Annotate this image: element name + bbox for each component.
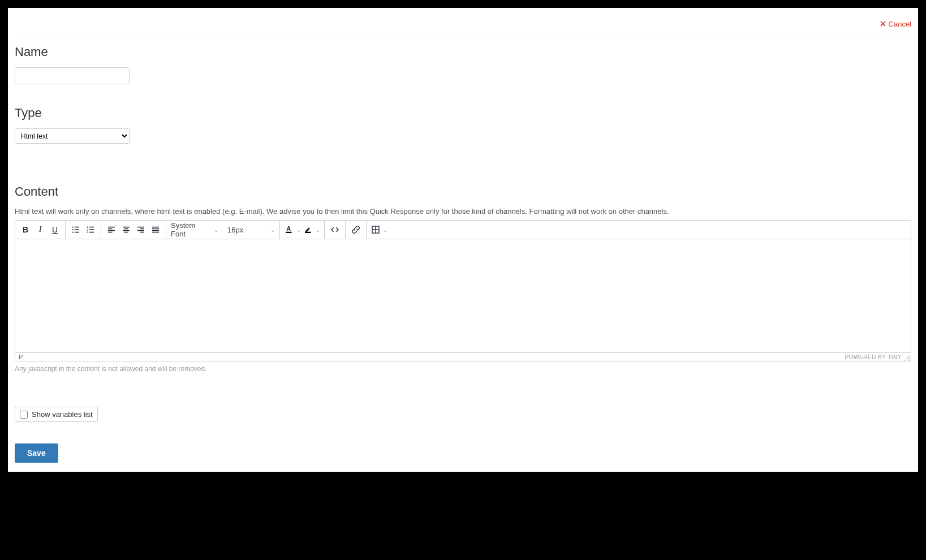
numbered-list-icon: 123 xyxy=(85,225,96,235)
top-bar: ✕ Cancel xyxy=(15,15,911,33)
font-family-value: System Font xyxy=(171,221,210,238)
bullet-list-button[interactable] xyxy=(68,222,83,237)
svg-rect-29 xyxy=(286,232,292,233)
svg-text:A: A xyxy=(287,225,291,232)
svg-rect-19 xyxy=(124,232,128,233)
underline-button[interactable]: U xyxy=(48,222,62,237)
svg-rect-13 xyxy=(108,229,113,230)
chevron-down-icon: ⌄ xyxy=(383,227,387,233)
toolbar-group-color: A ⌄ ⌄ xyxy=(280,221,325,239)
svg-point-0 xyxy=(72,226,74,227)
chevron-down-icon: ⌄ xyxy=(270,227,275,233)
svg-rect-18 xyxy=(123,230,130,231)
page-content: ✕ Cancel Name Type Html text Content Htm… xyxy=(8,8,918,472)
show-variables-checkbox[interactable] xyxy=(20,411,28,419)
toolbar-group-link xyxy=(346,221,367,239)
svg-rect-24 xyxy=(152,227,159,228)
svg-rect-21 xyxy=(140,229,145,230)
toolbar-group-code xyxy=(325,221,346,239)
link-button[interactable] xyxy=(348,222,363,237)
font-size-value: 16px xyxy=(227,226,243,234)
link-icon xyxy=(351,225,361,235)
content-warning-text: Any javascript in the content is not all… xyxy=(15,365,911,373)
chevron-down-icon: ⌄ xyxy=(296,227,301,233)
align-left-icon xyxy=(106,225,117,235)
resize-handle[interactable] xyxy=(905,355,910,361)
svg-point-2 xyxy=(72,229,74,230)
chevron-down-icon: ⌄ xyxy=(214,227,218,233)
toolbar-group-text-style: B I U xyxy=(15,221,66,239)
save-button[interactable]: Save xyxy=(15,443,58,463)
content-help-text: Html text will work only on channels, wh… xyxy=(15,207,911,216)
cancel-label: Cancel xyxy=(889,20,911,28)
table-icon xyxy=(371,225,381,235)
svg-rect-30 xyxy=(305,232,311,233)
text-color-button[interactable]: A ⌄ xyxy=(283,221,302,239)
bullet-list-icon xyxy=(71,225,81,235)
svg-rect-27 xyxy=(152,232,159,233)
svg-rect-16 xyxy=(123,227,130,228)
bold-button[interactable]: B xyxy=(18,222,33,237)
italic-button[interactable]: I xyxy=(33,222,48,237)
show-variables-label[interactable]: Show variables list xyxy=(32,410,93,419)
table-button[interactable]: ⌄ xyxy=(369,221,389,239)
powered-by-label: POWERED BY TINY xyxy=(845,354,902,360)
rich-text-editor: B I U 123 xyxy=(15,220,911,361)
svg-rect-5 xyxy=(75,232,79,233)
resize-icon xyxy=(905,355,910,361)
editor-toolbar: B I U 123 xyxy=(15,221,911,239)
editor-path: P xyxy=(19,354,23,360)
highlight-icon xyxy=(303,225,313,235)
svg-rect-11 xyxy=(89,232,94,233)
cancel-button[interactable]: ✕ Cancel xyxy=(880,19,911,28)
align-right-button[interactable] xyxy=(133,222,148,237)
font-size-select[interactable]: 16px ⌄ xyxy=(223,221,279,239)
highlight-color-button[interactable]: ⌄ xyxy=(302,221,321,239)
align-center-button[interactable] xyxy=(119,222,133,237)
align-justify-button[interactable] xyxy=(148,222,163,237)
toolbar-group-font: System Font ⌄ 16px ⌄ xyxy=(166,221,280,239)
svg-rect-23 xyxy=(140,232,145,233)
name-label: Name xyxy=(15,45,911,59)
code-button[interactable] xyxy=(328,222,342,237)
name-input[interactable] xyxy=(15,67,130,84)
svg-rect-22 xyxy=(137,230,144,231)
numbered-list-button[interactable]: 123 xyxy=(83,222,98,237)
toolbar-group-lists: 123 xyxy=(66,221,101,239)
field-type: Type Html text xyxy=(15,106,911,144)
field-name: Name xyxy=(15,45,911,84)
editor-status-bar: P POWERED BY TINY xyxy=(15,352,911,361)
align-justify-icon xyxy=(150,225,161,235)
svg-text:3: 3 xyxy=(87,231,88,234)
align-left-button[interactable] xyxy=(104,222,119,237)
svg-rect-12 xyxy=(108,227,115,228)
svg-rect-20 xyxy=(137,227,144,228)
align-center-icon xyxy=(121,225,131,235)
svg-rect-1 xyxy=(75,227,79,228)
svg-rect-14 xyxy=(108,230,115,231)
font-family-select[interactable]: System Font ⌄ xyxy=(166,221,223,239)
svg-rect-17 xyxy=(124,229,128,230)
code-icon xyxy=(330,225,340,235)
svg-rect-9 xyxy=(89,229,94,230)
toolbar-group-align xyxy=(101,221,166,239)
toolbar-group-table: ⌄ xyxy=(367,221,391,239)
show-variables-checkbox-row[interactable]: Show variables list xyxy=(15,407,98,422)
svg-rect-25 xyxy=(152,229,159,230)
chevron-down-icon: ⌄ xyxy=(316,227,320,233)
editor-content-area[interactable] xyxy=(15,239,911,352)
svg-point-4 xyxy=(72,231,74,232)
type-select[interactable]: Html text xyxy=(15,128,130,144)
close-icon: ✕ xyxy=(880,19,886,28)
field-content: Content Html text will work only on chan… xyxy=(15,184,911,373)
svg-rect-7 xyxy=(89,227,94,228)
svg-rect-15 xyxy=(108,232,113,233)
content-label: Content xyxy=(15,184,911,199)
type-label: Type xyxy=(15,106,911,120)
svg-rect-26 xyxy=(152,230,159,231)
text-color-icon: A xyxy=(284,225,294,235)
align-right-icon xyxy=(136,225,146,235)
svg-rect-3 xyxy=(75,229,79,230)
